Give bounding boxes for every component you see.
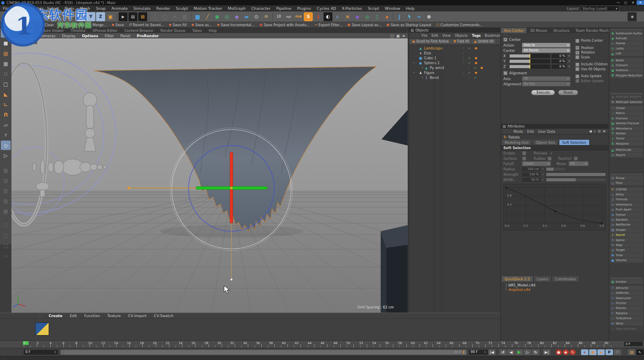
render-view-icon[interactable]: ▶ [119, 12, 128, 21]
render-region-icon[interactable]: ▤ [128, 12, 137, 21]
option-checkbox[interactable]: ✓ [575, 46, 579, 50]
option-checkbox[interactable] [575, 39, 579, 43]
cloth-icon[interactable]: ≈ [415, 12, 424, 21]
save-button[interactable]: ◆ Save [109, 23, 126, 27]
tree-item-pyramid[interactable]: └ ▲ Pyramid ⋮ ✓ ● [409, 65, 500, 70]
separator[interactable] [149, 13, 149, 21]
layout-select[interactable]: Startup (used)▾ [580, 6, 619, 11]
section-header[interactable]: Soft Selection [501, 145, 608, 150]
lock-icon[interactable]: ∎ [382, 12, 391, 21]
sketch-material-icon[interactable]: ∗ [628, 12, 637, 21]
save-as-startup-layout-button[interactable]: ▣ Save as Startup Layout [384, 23, 434, 27]
cmd-subdivision-surface[interactable]: ◉ Subdivision Surface [610, 31, 643, 36]
camera-button[interactable]: ⊙ [252, 12, 261, 21]
mode-extra-button[interactable]: □ [1, 241, 11, 250]
cmd-target[interactable]: ◎ Target [610, 248, 643, 253]
menu-item[interactable]: Tools [62, 6, 77, 11]
cmd-extrude[interactable]: ◆ Extrude [610, 36, 643, 40]
strength-field[interactable]: 100 % [522, 172, 540, 177]
cmd-polyfx[interactable]: ∗ PolyFX [610, 153, 643, 157]
cmd-mograph-weights[interactable]: ● MoGraph Weights [610, 95, 643, 99]
close-button-accent[interactable]: ✕ [637, 0, 644, 5]
merge-button[interactable]: → Merge... [86, 23, 109, 27]
quickdock-tab[interactable]: Coordinates [552, 276, 579, 282]
spline-pen-icon[interactable]: ╱ [203, 12, 212, 21]
autokey-pla-button[interactable]: ◈ [597, 349, 605, 355]
viewport-tab[interactable]: Picture Viewer [36, 28, 67, 33]
pointer-button[interactable]: ↖ [636, 349, 644, 355]
objects-menu-item[interactable]: Tags [470, 34, 483, 38]
enable-checkbox[interactable] [522, 151, 526, 155]
record-scale-button[interactable]: ◆ [563, 349, 569, 355]
disabled-tool-icon[interactable]: ◌ [151, 12, 160, 21]
viewport-camera-label[interactable]: Perspective [12, 39, 37, 44]
solo-hierarchy-button[interactable]: ▥ [1, 186, 11, 195]
menu-item[interactable]: Mesh [77, 6, 93, 11]
viewport-options-icon[interactable]: ≡ [402, 34, 405, 38]
solo-mode-button[interactable]: ▦ [1, 165, 11, 175]
palette-handle[interactable] [610, 277, 643, 279]
model-mode-button[interactable]: ■ [1, 38, 11, 48]
lock-x-button[interactable]: X [76, 12, 85, 21]
save-incremental-button[interactable]: ◆ Save Incremental... [215, 23, 257, 27]
enabled-check-icon[interactable]: ✓ [467, 56, 472, 60]
cmd-friction[interactable]: ≈ Friction [610, 301, 643, 305]
drag-handle-icon[interactable]: ⋮⋮ [501, 33, 510, 37]
viewport-menu-item[interactable]: Cameras [36, 34, 58, 38]
material-menu-item[interactable]: Texture [103, 314, 124, 318]
drag-handle-icon[interactable]: ⋮⋮ [11, 29, 20, 32]
drag-handle-icon[interactable]: ⋮⋮ [503, 130, 512, 133]
action-select[interactable]: Axis to▾ [522, 43, 570, 47]
tag-icon[interactable]: ● [472, 71, 477, 74]
axis-value-field[interactable]: 0 % [552, 65, 566, 69]
light-button[interactable]: ☼ [262, 12, 271, 21]
visibility-dots-icon[interactable]: ⋮ [460, 47, 467, 50]
cmd-moinstance[interactable]: ▥ MoInstance [610, 126, 643, 131]
execute-button[interactable]: Execute [531, 90, 555, 95]
document-icon[interactable]: ▯ [372, 12, 381, 21]
lock-z-button[interactable]: Z [96, 12, 105, 21]
separator[interactable] [117, 13, 117, 21]
cmd-wind[interactable]: ≫ Wind [610, 321, 643, 326]
width-slider[interactable] [546, 178, 606, 182]
cmd-reeffector[interactable]: ↺ ReEffector [610, 223, 643, 227]
solo-animation-button[interactable]: ▤ [628, 349, 635, 355]
sphere-tool-icon[interactable]: ● [424, 12, 433, 21]
material-menu-item[interactable]: CV-Swatch [150, 314, 177, 318]
tag-icon[interactable]: ● [472, 61, 477, 65]
subdivision-surface-button[interactable]: ◉ [213, 12, 222, 21]
width-field[interactable]: 50 % [522, 178, 540, 182]
mode-extra-button[interactable]: □ [1, 220, 11, 230]
mograph-button[interactable]: ◎ [222, 12, 231, 21]
alignment-checkbox[interactable] [503, 71, 507, 75]
list-icon[interactable]: ≡ [603, 129, 606, 134]
menu-item[interactable]: X-Particles [339, 6, 365, 11]
cmd-coffee[interactable]: C COFFEE [610, 187, 643, 192]
quantize-icon[interactable]: × [343, 12, 352, 21]
save-layout-as-button[interactable]: ▣ Save Layout as... [345, 23, 384, 27]
edges-mode-button[interactable]: □ [1, 79, 11, 89]
texture-mode-button[interactable]: ▤ [1, 49, 11, 58]
axis-value-field[interactable]: 0 % [552, 59, 566, 63]
goto-end-button[interactable]: ▶| [543, 349, 550, 355]
history-back-icon[interactable]: ◀ [589, 129, 592, 134]
menu-item[interactable]: Sculpt [173, 6, 191, 11]
frame-counter-box[interactable]: 0 F [624, 342, 643, 346]
cmd-attractor[interactable]: + Attractor [610, 286, 643, 290]
interactive-workplane-button[interactable]: ▷ [1, 151, 11, 160]
material-menu-item[interactable]: CV-Import [124, 314, 150, 318]
viewport-canvas[interactable]: Perspective Grid Spacing : 62 cm [11, 38, 408, 313]
palette-handle[interactable] [610, 93, 643, 94]
close-button[interactable]: ✕ [629, 0, 637, 5]
solo-single-button[interactable]: ▤ [1, 176, 11, 185]
stepper-icon[interactable]: ⇕ [542, 168, 544, 171]
separator[interactable] [74, 13, 75, 21]
attributes-tab[interactable]: Modeling Axis [502, 140, 532, 145]
menu-item[interactable]: Create [25, 6, 44, 11]
viewport-menu-item[interactable]: Display [58, 34, 79, 38]
cmd-spline[interactable]: S Spline [610, 238, 643, 242]
mode-extra-button[interactable]: □ [1, 230, 11, 240]
attributes-tab[interactable]: Object Axis [533, 140, 559, 145]
viewport-menu-item[interactable]: ProRender [134, 34, 162, 38]
axis-center-tab[interactable]: 3D Mouse [527, 28, 550, 33]
